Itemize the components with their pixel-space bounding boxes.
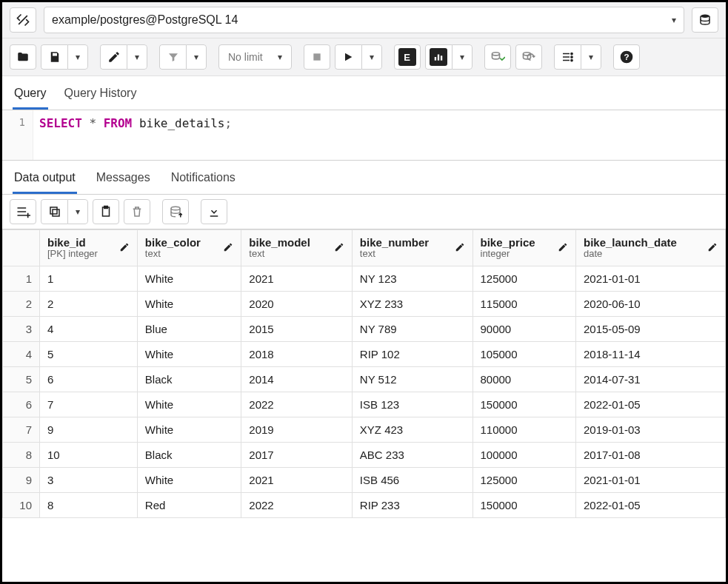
cell-bike_id[interactable]: 4 (40, 317, 138, 342)
column-header-bike_color[interactable]: bike_colortext (137, 230, 241, 266)
tab-query[interactable]: Query (13, 82, 48, 110)
cell-bike_price[interactable]: 150000 (472, 392, 575, 417)
table-row[interactable]: 56Black2014NY 512800002014-07-31 (3, 367, 726, 392)
table-row[interactable]: 45White2018RIP 1021050002018-11-14 (3, 342, 726, 367)
cell-bike_number[interactable]: ISB 123 (352, 392, 472, 417)
copy-dropdown[interactable]: ▾ (67, 199, 88, 224)
cell-bike_color[interactable]: White (137, 417, 241, 443)
cell-bike_price[interactable]: 125000 (472, 468, 575, 493)
cell-bike_launch_date[interactable]: 2021-01-01 (575, 468, 725, 493)
open-file-button[interactable] (10, 44, 36, 70)
cell-bike_color[interactable]: Black (137, 367, 241, 392)
column-header-bike_id[interactable]: bike_id[PK] integer (40, 230, 138, 266)
table-row[interactable]: 67White2022ISB 1231500002022-01-05 (3, 392, 726, 417)
tab-data-output[interactable]: Data output (13, 167, 77, 194)
column-header-bike_launch_date[interactable]: bike_launch_datedate (575, 230, 725, 266)
pencil-icon[interactable] (558, 242, 568, 255)
edit-dropdown[interactable]: ▾ (127, 44, 147, 70)
rollback-button[interactable] (515, 44, 542, 70)
column-header-bike_number[interactable]: bike_numbertext (352, 230, 472, 266)
cell-bike_id[interactable]: 1 (40, 266, 138, 292)
cell-bike_id[interactable]: 3 (40, 468, 138, 493)
cell-bike_id[interactable]: 7 (40, 392, 138, 417)
macros-button[interactable] (554, 44, 581, 70)
cell-bike_number[interactable]: NY 789 (352, 317, 472, 342)
cell-bike_color[interactable]: White (137, 342, 241, 367)
execute-button[interactable] (335, 44, 361, 70)
cell-bike_model[interactable]: 2018 (241, 342, 353, 367)
data-grid[interactable]: bike_id[PK] integerbike_colortextbike_mo… (2, 229, 726, 518)
cell-bike_color[interactable]: Blue (137, 317, 241, 342)
cell-bike_color[interactable]: Black (137, 443, 241, 468)
tab-notifications[interactable]: Notifications (170, 167, 237, 194)
execute-dropdown[interactable]: ▾ (361, 44, 382, 70)
edit-button[interactable] (100, 44, 127, 70)
cell-bike_color[interactable]: White (137, 468, 241, 493)
cell-bike_id[interactable]: 6 (40, 367, 138, 392)
cell-bike_launch_date[interactable]: 2014-07-31 (575, 367, 725, 392)
table-row[interactable]: 34Blue2015NY 789900002015-05-09 (3, 317, 726, 342)
connection-select[interactable]: example/postgres@PostgreSQL 14 ▾ (44, 7, 684, 33)
analyze-button[interactable] (425, 44, 452, 70)
cell-bike_model[interactable]: 2021 (241, 266, 353, 292)
cell-bike_id[interactable]: 10 (40, 443, 138, 468)
table-row[interactable]: 93White2021ISB 4561250002021-01-01 (3, 468, 726, 493)
cell-bike_price[interactable]: 80000 (472, 367, 575, 392)
table-row[interactable]: 79White2019XYZ 4231100002019-01-03 (3, 417, 726, 443)
table-row[interactable]: 11White2021NY 1231250002021-01-01 (3, 266, 726, 292)
delete-row-button[interactable] (124, 199, 150, 224)
cell-bike_number[interactable]: RIP 233 (352, 493, 472, 518)
pencil-icon[interactable] (334, 242, 344, 255)
commit-button[interactable] (484, 44, 511, 70)
filter-button[interactable] (159, 44, 186, 70)
cell-bike_price[interactable]: 115000 (472, 292, 575, 317)
save-dropdown[interactable]: ▾ (67, 44, 88, 70)
cell-bike_number[interactable]: ABC 233 (352, 443, 472, 468)
column-header-bike_price[interactable]: bike_priceinteger (472, 230, 575, 266)
cell-bike_number[interactable]: XYZ 233 (352, 292, 472, 317)
macros-dropdown[interactable]: ▾ (581, 44, 601, 70)
cell-bike_number[interactable]: ISB 456 (352, 468, 472, 493)
cell-bike_id[interactable]: 5 (40, 342, 138, 367)
cell-bike_launch_date[interactable]: 2017-01-08 (575, 443, 725, 468)
paste-button[interactable] (93, 199, 119, 224)
stop-button[interactable] (304, 44, 330, 70)
cell-bike_price[interactable]: 105000 (472, 342, 575, 367)
tab-query-history[interactable]: Query History (63, 82, 138, 110)
column-header-bike_model[interactable]: bike_modeltext (241, 230, 353, 266)
cell-bike_launch_date[interactable]: 2019-01-03 (575, 417, 725, 443)
cell-bike_color[interactable]: White (137, 392, 241, 417)
pencil-icon[interactable] (119, 242, 130, 255)
cell-bike_number[interactable]: NY 123 (352, 266, 472, 292)
cell-bike_model[interactable]: 2021 (241, 468, 353, 493)
cell-bike_price[interactable]: 150000 (472, 493, 575, 518)
tab-messages[interactable]: Messages (95, 167, 152, 194)
sql-code[interactable]: SELECT * FROM bike_details; (33, 110, 726, 160)
cell-bike_color[interactable]: White (137, 292, 241, 317)
analyze-dropdown[interactable]: ▾ (452, 44, 472, 70)
cell-bike_id[interactable]: 8 (40, 493, 138, 518)
download-button[interactable] (201, 199, 227, 224)
cell-bike_model[interactable]: 2022 (241, 493, 353, 518)
pencil-icon[interactable] (223, 242, 233, 255)
cell-bike_number[interactable]: XYZ 423 (352, 417, 472, 443)
cell-bike_price[interactable]: 125000 (472, 266, 575, 292)
cell-bike_launch_date[interactable]: 2018-11-14 (575, 342, 725, 367)
cell-bike_launch_date[interactable]: 2021-01-01 (575, 266, 725, 292)
save-button[interactable] (41, 44, 67, 70)
explain-button[interactable]: E (394, 44, 421, 70)
cell-bike_price[interactable]: 100000 (472, 443, 575, 468)
filter-dropdown[interactable]: ▾ (186, 44, 207, 70)
cell-bike_launch_date[interactable]: 2015-05-09 (575, 317, 725, 342)
cell-bike_color[interactable]: White (137, 266, 241, 292)
cell-bike_number[interactable]: RIP 102 (352, 342, 472, 367)
cell-bike_launch_date[interactable]: 2022-01-05 (575, 392, 725, 417)
help-button[interactable]: ? (613, 44, 640, 70)
cell-bike_model[interactable]: 2022 (241, 392, 353, 417)
cell-bike_model[interactable]: 2019 (241, 417, 353, 443)
sql-editor[interactable]: 1 SELECT * FROM bike_details; (2, 110, 726, 161)
cell-bike_color[interactable]: Red (137, 493, 241, 518)
pencil-icon[interactable] (707, 242, 718, 255)
copy-button[interactable] (41, 199, 67, 224)
table-row[interactable]: 810Black2017ABC 2331000002017-01-08 (3, 443, 726, 468)
